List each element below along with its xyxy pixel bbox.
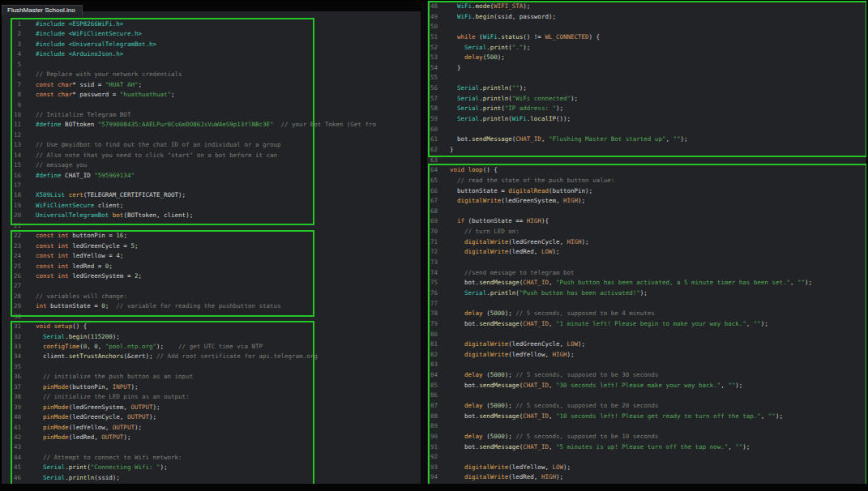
code-token: , <box>549 412 556 420</box>
code-line[interactable]: 3#include <UniversalTelegramBot.h> <box>0 40 421 49</box>
code-line[interactable]: 8const char* password = "huathuathuat"; <box>0 90 421 100</box>
code-line[interactable]: 93 digitalWrite(ledYellow, LOW); <box>427 463 868 473</box>
code-line[interactable]: 23const int ledGreenCycle = 5; <box>0 241 421 251</box>
code-line[interactable]: 33 configTime(0, 0, "pool.ntp.org"); // … <box>0 342 421 352</box>
code-line[interactable]: 18X509List cert(TELEGRAM_CERTIFICATE_ROO… <box>0 190 421 200</box>
code-line[interactable]: 50 <box>427 22 868 32</box>
code-line[interactable]: 75 bot.sendMessage(CHAT_ID, "Push button… <box>427 278 868 288</box>
code-line[interactable]: 90 delay (5000); // 5 seconds, supposed … <box>427 432 868 442</box>
code-line[interactable]: 55 <box>427 73 868 83</box>
code-line[interactable]: 7const char* ssid = "HUAT AH"; <box>0 80 421 90</box>
code-line[interactable]: 57 Serial.println("WiFi connected"); <box>427 94 868 105</box>
code-line[interactable]: 58 Serial.print("IP address: "); <box>427 104 868 114</box>
code-line[interactable]: 11#define BOTtoken "5799008435:AAELPur0C… <box>0 120 421 130</box>
code-line[interactable]: 78 delay (5000); // 5 seconds, supposed … <box>427 309 868 319</box>
code-line[interactable]: 6// Replace with your network credential… <box>0 70 421 79</box>
code-line[interactable]: 73 <box>427 258 868 268</box>
code-line[interactable]: 35 <box>0 362 421 372</box>
code-line[interactable]: 25const int ledRed = 0; <box>0 262 421 271</box>
code-line[interactable]: 72 digitalWrite(ledRed, LOW); <box>427 247 868 258</box>
code-line[interactable]: 17 <box>0 181 421 190</box>
code-line[interactable]: 13// Use @myidbot to find out the chat I… <box>0 140 421 150</box>
code-line[interactable]: 43 <box>0 442 421 452</box>
code-line[interactable]: 9 <box>0 100 421 110</box>
code-text: // turn LED on: <box>450 227 868 237</box>
code-line[interactable]: 32 Serial.begin(115200); <box>0 332 421 342</box>
code-line[interactable]: 61 bot.sendMessage(CHAT_ID, "Flushing Ma… <box>427 134 868 145</box>
code-line[interactable]: 62} <box>427 145 868 156</box>
code-line[interactable]: 20UniversalTelegramBot bot(BOTtoken, cli… <box>0 211 421 220</box>
code-line[interactable]: 86 <box>427 391 868 401</box>
code-line[interactable]: 12 <box>0 130 421 140</box>
code-line[interactable]: 14// Also note that you need to click "s… <box>0 151 421 160</box>
code-line[interactable]: 69 if (buttonState == HIGH){ <box>427 216 868 227</box>
code-line[interactable]: 81 digitalWrite(ledGreenCycle, LOW); <box>427 339 868 350</box>
code-line[interactable]: 39 pinMode(ledGreenSystem, OUTPUT); <box>0 403 421 412</box>
code-token <box>36 424 43 431</box>
code-line[interactable]: 79 bot.sendMessage(CHAT_ID, "1 minute le… <box>427 319 868 330</box>
code-line[interactable]: 91 bot.sendMessage(CHAT_ID, "5 minutes i… <box>427 442 868 453</box>
code-line[interactable]: 88 bot.sendMessage(CHAT_ID, "10 seconds … <box>427 412 868 422</box>
code-line[interactable]: 92 <box>427 452 868 463</box>
code-line[interactable]: 89 <box>427 421 868 432</box>
code-line[interactable]: 29int buttonState = 0; // variable for r… <box>0 301 421 311</box>
code-line[interactable]: 38 // initialize the LED pins as an outp… <box>0 392 421 402</box>
code-line[interactable]: 19WiFiClientSecure client; <box>0 201 421 211</box>
code-line[interactable]: 2#include <WiFiClientSecure.h> <box>0 29 421 39</box>
code-line[interactable]: 56 Serial.println(""); <box>427 83 868 94</box>
code-line[interactable]: 60 <box>427 125 868 135</box>
code-line[interactable]: 37 pinMode(buttonPin, INPUT); <box>0 382 421 392</box>
code-line[interactable]: 4#include <ArduinoJson.h> <box>0 49 421 59</box>
code-line[interactable]: 40 pinMode(ledGreenCycle, OUTPUT); <box>0 412 421 422</box>
code-line[interactable]: 80 <box>427 330 868 340</box>
code-line[interactable]: 84 delay (5000); // 5 seconds, supposed … <box>427 370 868 381</box>
code-line[interactable]: 76 Serial.println("Push button has been … <box>427 288 868 299</box>
code-line[interactable]: 71 digitalWrite(ledGreenCycle, HIGH); <box>427 237 868 248</box>
code-line[interactable]: 28// variables will change: <box>0 292 421 301</box>
code-line[interactable]: 1#include <ESP8266WiFi.h> <box>0 19 421 29</box>
code-line[interactable]: 42 pinMode(ledRed, OUTPUT); <box>0 433 421 442</box>
code-line[interactable]: 59 Serial.println(WiFi.localIP()); <box>427 114 868 125</box>
code-line[interactable]: 52 Serial.print("."); <box>427 43 868 53</box>
code-line[interactable]: 77 <box>427 299 868 310</box>
code-line[interactable]: 48 WiFi.mode(WIFI_STA); <box>427 2 868 12</box>
code-line[interactable]: 51 while (WiFi.status() != WL_CONNECTED)… <box>427 32 868 43</box>
code-line[interactable]: 5 <box>0 60 421 70</box>
code-line[interactable]: 34 client.setTrustAnchors(&cert); // Add… <box>0 352 421 361</box>
code-line[interactable]: 15// message you <box>0 160 421 170</box>
code-editor-right-pane[interactable]: 48 WiFi.mode(WIFI_STA);49 WiFi.begin(ssi… <box>427 2 868 483</box>
code-line[interactable]: 67 digitalWrite(ledGreenSystem, HIGH); <box>427 196 868 207</box>
code-line[interactable]: 36 // initialize the push button as an i… <box>0 372 421 382</box>
code-line[interactable]: 70 // turn LED on: <box>427 227 868 237</box>
code-line[interactable]: 16#define CHAT_ID "595969134" <box>0 171 421 181</box>
code-line[interactable]: 45 Serial.print("Connecting Wifi: "); <box>0 463 421 472</box>
code-line[interactable]: 68 <box>427 207 868 217</box>
code-line[interactable]: 74 //send message to telegram bot <box>427 268 868 279</box>
code-line[interactable]: 82 digitalWrite(ledYellow, HIGH); <box>427 350 868 361</box>
code-line[interactable]: 22const int buttonPin = 16; <box>0 231 421 241</box>
code-line[interactable]: 27 <box>0 281 421 291</box>
code-line[interactable]: 64void loop() { <box>427 165 868 176</box>
code-line[interactable]: 21 <box>0 221 421 231</box>
code-line[interactable]: 63 <box>427 156 868 166</box>
code-editor-left-pane[interactable]: 1#include <ESP8266WiFi.h>2#include <WiFi… <box>0 19 421 483</box>
code-line[interactable]: 66 buttonState = digitalRead(buttonPin); <box>427 186 868 197</box>
code-line[interactable]: 87 delay (5000); // 5 seconds, supposed … <box>427 401 868 412</box>
code-line[interactable]: 30 <box>0 312 421 322</box>
code-line[interactable]: 10// Initialize Telegram BOT <box>0 110 421 120</box>
code-line[interactable]: 53 delay(500); <box>427 53 868 63</box>
code-line[interactable]: 49 WiFi.begin(ssid, password); <box>427 12 868 23</box>
code-line[interactable]: 85 bot.sendMessage(CHAT_ID, "30 seconds … <box>427 381 868 391</box>
code-token: delay <box>464 402 483 409</box>
code-line[interactable]: 83 <box>427 360 868 370</box>
code-line[interactable]: 24const int ledYellow = 4; <box>0 251 421 261</box>
code-line[interactable]: 54 } <box>427 63 868 74</box>
code-line[interactable]: 31void setup() { <box>0 322 421 331</box>
code-line[interactable]: 46 Serial.println(ssid); <box>0 473 421 483</box>
code-line[interactable]: 26const int ledGreenSystem = 2; <box>0 271 421 281</box>
code-line[interactable]: 65 // read the state of the push button … <box>427 176 868 186</box>
code-line[interactable]: 44 // Attempt to connect to Wifi network… <box>0 453 421 463</box>
file-tab[interactable]: FlushMaster School.ino <box>2 5 83 15</box>
code-line[interactable]: 41 pinMode(ledYellow, OUTPUT); <box>0 423 421 433</box>
code-line[interactable]: 94 digitalWrite(ledRed, HIGH); <box>427 472 868 483</box>
